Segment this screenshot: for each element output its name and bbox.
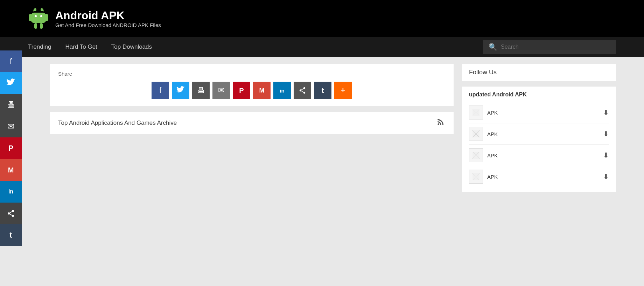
svg-rect-5 (34, 23, 37, 29)
apk-item-3: APK ⬇ (469, 145, 609, 166)
left-sidebar: f 🖶 ✉ P M in t (0, 50, 22, 246)
sidebar-twitter-button[interactable] (0, 72, 22, 94)
apk-download-2[interactable]: ⬇ (603, 130, 609, 138)
site-subtitle: Get And Free Download ANDROID APK Files (55, 22, 161, 28)
svg-rect-3 (29, 14, 32, 21)
share-share-button[interactable] (294, 82, 311, 99)
share-label: Share (58, 71, 445, 77)
share-facebook-button[interactable]: f (152, 82, 169, 99)
svg-rect-6 (40, 23, 43, 29)
share-email-button[interactable]: ✉ (212, 82, 230, 99)
search-box: 🔍 (483, 40, 616, 54)
apk-thumbnail-1 (469, 105, 483, 120)
archive-box: Top Android Applications And Games Archi… (50, 112, 454, 134)
right-sidebar: Follow Us updated Android APK APK ⬇ APK … (462, 64, 616, 253)
apk-name-3: APK (487, 152, 599, 158)
sidebar-share-button[interactable] (0, 203, 22, 224)
apk-download-4[interactable]: ⬇ (603, 172, 609, 181)
updated-title: updated Android APK (469, 91, 609, 98)
apk-download-1[interactable]: ⬇ (603, 108, 609, 117)
apk-thumbnail-3 (469, 148, 483, 162)
nav-hard-to-get[interactable]: Hard To Get (65, 43, 97, 50)
site-header: Android APK Get And Free Download ANDROI… (0, 0, 644, 37)
share-print-button[interactable]: 🖶 (192, 82, 210, 99)
apk-thumbnail-2 (469, 127, 483, 141)
sidebar-facebook-button[interactable]: f (0, 50, 22, 72)
svg-rect-4 (45, 14, 48, 21)
share-buttons: f 🖶 ✉ P M in t + (58, 82, 445, 99)
apk-name-4: APK (487, 174, 599, 180)
sidebar-gmail-button[interactable]: M (0, 159, 22, 181)
content-area: Share f 🖶 ✉ P M in t + Top Android Appli… (50, 64, 454, 253)
follow-us-label: Follow Us (469, 69, 497, 76)
apk-item-4: APK ⬇ (469, 166, 609, 187)
search-icon: 🔍 (489, 43, 497, 51)
updated-section: updated Android APK APK ⬇ APK ⬇ APK (462, 87, 616, 192)
sidebar-email-button[interactable]: ✉ (0, 116, 22, 137)
sidebar-tumblr-button[interactable]: t (0, 224, 22, 246)
android-logo (28, 6, 49, 31)
sidebar-linkedin-button[interactable]: in (0, 181, 22, 203)
apk-item-2: APK ⬇ (469, 123, 609, 145)
rss-icon[interactable] (436, 117, 445, 129)
share-gmail-button[interactable]: M (253, 82, 271, 99)
apk-thumbnail-4 (469, 170, 483, 184)
search-input[interactable] (501, 44, 610, 50)
apk-name-2: APK (487, 131, 599, 137)
svg-point-8 (40, 15, 42, 17)
archive-label: Top Android Applications And Games Archi… (58, 120, 177, 127)
sidebar-pinterest-button[interactable]: P (0, 137, 22, 159)
svg-rect-2 (31, 13, 46, 23)
share-linkedin-button[interactable]: in (273, 82, 291, 99)
main-layout: Share f 🖶 ✉ P M in t + Top Android Appli… (0, 57, 644, 260)
nav-trending[interactable]: Trending (28, 43, 51, 50)
apk-download-3[interactable]: ⬇ (603, 151, 609, 159)
share-pinterest-button[interactable]: P (233, 82, 250, 99)
brand-text: Android APK Get And Free Download ANDROI… (55, 9, 161, 28)
navbar: Trending Hard To Get Top Downloads 🔍 (0, 37, 644, 57)
apk-name-1: APK (487, 110, 599, 116)
apk-item-1: APK ⬇ (469, 102, 609, 123)
sidebar-print-button[interactable]: 🖶 (0, 94, 22, 116)
share-twitter-button[interactable] (172, 82, 189, 99)
svg-point-7 (35, 15, 37, 17)
nav-top-downloads[interactable]: Top Downloads (111, 43, 152, 50)
nav-links: Trending Hard To Get Top Downloads (28, 43, 483, 50)
share-box: Share f 🖶 ✉ P M in t + (50, 64, 454, 106)
share-tumblr-button[interactable]: t (314, 82, 331, 99)
site-title: Android APK (55, 9, 161, 22)
share-more-button[interactable]: + (334, 82, 352, 99)
follow-us-box: Follow Us (462, 64, 616, 81)
